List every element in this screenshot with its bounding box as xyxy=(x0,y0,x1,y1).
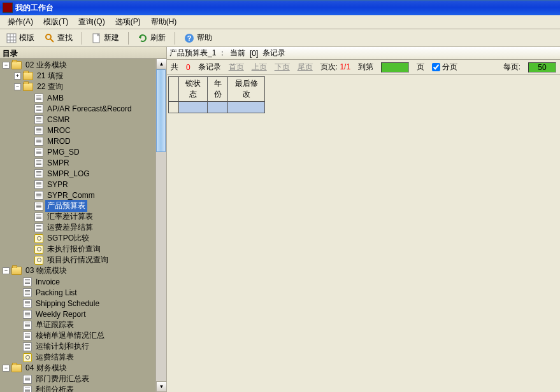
first-page-link[interactable]: 首页 xyxy=(229,62,244,73)
tree: −02 业务模块+21 填报−22 查询AMBAP/AR Forecast&Re… xyxy=(0,59,166,392)
tree-item[interactable]: Packing List xyxy=(0,287,166,298)
col-lock[interactable]: 锁状态 xyxy=(179,77,208,102)
records-label: 条记录 xyxy=(198,62,221,73)
tree-item[interactable]: SMPR xyxy=(0,157,166,168)
tree-item[interactable]: Invoice xyxy=(0,276,166,287)
tree-item[interactable]: PMG_SD xyxy=(0,146,166,157)
refresh-icon xyxy=(138,33,148,43)
tree-item[interactable]: 利润分析表 xyxy=(0,384,166,392)
tree-item[interactable]: CSMR xyxy=(0,114,166,125)
scrollbar[interactable]: ▲ ▼ xyxy=(155,59,166,392)
menu-option[interactable]: 选项(P) xyxy=(110,15,146,29)
grid-area: 锁状态 年份 最后修改 xyxy=(167,75,560,392)
perpage-label: 每页: xyxy=(503,62,521,73)
menu-query[interactable]: 查询(Q) xyxy=(73,15,110,29)
expand-icon[interactable]: + xyxy=(14,73,21,80)
tb-help-button[interactable]: ? 帮助 xyxy=(180,31,216,45)
new-doc-icon xyxy=(91,33,101,43)
paging-checkbox[interactable] xyxy=(432,63,440,71)
scroll-thumb[interactable] xyxy=(156,69,166,152)
menu-template[interactable]: 模版(T) xyxy=(38,15,73,29)
tree-item[interactable]: 运输计划和执行 xyxy=(0,341,166,352)
col-year[interactable]: 年份 xyxy=(208,77,228,102)
tree-item[interactable]: MROC xyxy=(0,125,166,136)
tree-item[interactable]: Weekly Report xyxy=(0,309,166,319)
folder-icon xyxy=(11,267,22,275)
tree-item[interactable]: AP/AR Forecast&Record xyxy=(0,103,166,114)
document-icon xyxy=(34,223,43,232)
tree-item[interactable]: AMB xyxy=(0,92,166,103)
tree-item[interactable]: 汇率差计算表 xyxy=(0,211,166,222)
tree-item[interactable]: −02 业务模块 xyxy=(0,60,166,71)
page-label: 页次: xyxy=(320,62,338,71)
tree-item-label: 利润分析表 xyxy=(34,384,76,392)
tree-item[interactable]: −04 财务模块 xyxy=(0,363,166,374)
tb-template-button[interactable]: 模版 xyxy=(3,31,38,45)
tabbar: 产品预算表_1 ： 当前 [0] 条记录 xyxy=(167,47,560,60)
tree-item[interactable]: −03 物流模块 xyxy=(0,265,166,276)
tree-item[interactable]: SYPR_Comm xyxy=(0,190,166,200)
tree-item[interactable]: 部门费用汇总表 xyxy=(0,374,166,384)
sidebar-header: 目录 xyxy=(0,47,166,59)
tree-item[interactable]: Shipping Schedule xyxy=(0,298,166,309)
tb-refresh-button[interactable]: 刷新 xyxy=(134,31,169,45)
tree-item[interactable]: MROD xyxy=(0,136,166,146)
document-icon xyxy=(34,213,43,221)
tree-item[interactable]: 运费结算表 xyxy=(0,352,166,363)
tree-item[interactable]: 单证跟踪表 xyxy=(0,319,166,330)
tree-item[interactable]: 项目执行情况查询 xyxy=(0,255,166,265)
tab-label[interactable]: 产品预算表_1 ： xyxy=(169,48,226,59)
window-titlebar: 我的工作台 xyxy=(0,0,560,15)
folder-icon xyxy=(23,72,33,80)
perpage-input[interactable]: 50 xyxy=(528,62,556,73)
tree-item[interactable]: 产品预算表 xyxy=(0,200,166,211)
collapse-icon[interactable]: − xyxy=(3,267,10,274)
collapse-icon[interactable]: − xyxy=(14,83,21,90)
document-icon xyxy=(34,115,43,124)
last-page-link[interactable]: 尾页 xyxy=(298,62,313,73)
collapse-icon[interactable]: − xyxy=(3,365,10,372)
goto-input[interactable] xyxy=(381,62,409,73)
menu-help[interactable]: 帮助(H) xyxy=(146,15,182,29)
tree-item[interactable]: +21 填报 xyxy=(0,71,166,81)
prev-page-link[interactable]: 上页 xyxy=(252,62,267,73)
document-icon xyxy=(34,158,43,167)
tree-item-label: AP/AR Forecast&Record xyxy=(45,104,134,114)
scroll-down-button[interactable]: ▼ xyxy=(156,381,166,392)
document-icon xyxy=(23,288,32,297)
document-icon xyxy=(23,386,32,393)
tree-item[interactable]: SYPR xyxy=(0,179,166,190)
tree-item[interactable]: 未执行报价查询 xyxy=(0,244,166,255)
tb-search-button[interactable]: 查找 xyxy=(41,31,76,45)
menu-action[interactable]: 操作(A) xyxy=(3,15,38,29)
tb-new-button[interactable]: 新建 xyxy=(87,31,123,45)
collapse-icon[interactable]: − xyxy=(3,62,10,69)
next-page-link[interactable]: 下页 xyxy=(275,62,290,73)
document-icon xyxy=(34,169,43,178)
tree-item[interactable]: SGTPO比较 xyxy=(0,233,166,244)
query-icon xyxy=(34,256,43,265)
document-icon xyxy=(34,191,43,200)
grid-icon xyxy=(6,33,17,43)
document-icon xyxy=(23,277,32,286)
tree-item-label: Invoice xyxy=(34,277,62,287)
table-row[interactable] xyxy=(169,102,265,113)
total-value: 0 xyxy=(186,63,190,72)
tree-item[interactable]: −22 查询 xyxy=(0,81,166,92)
paging-checkbox-wrap[interactable]: 分页 xyxy=(432,62,457,73)
pager: 共 0 条记录 首页 上页 下页 尾页 页次: 1/1 到第 页 分页 每页: … xyxy=(167,60,560,75)
folder-icon xyxy=(11,61,22,69)
tree-item[interactable]: 核销单退单情况汇总 xyxy=(0,330,166,341)
help-icon: ? xyxy=(184,33,194,43)
window-title: 我的工作台 xyxy=(15,3,54,13)
tree-item[interactable]: 运费差异结算 xyxy=(0,222,166,233)
tree-item-label: MROD xyxy=(45,136,73,146)
magnifier-icon xyxy=(45,33,55,43)
scroll-up-button[interactable]: ▲ xyxy=(156,59,166,69)
document-icon xyxy=(34,126,43,135)
tree-item[interactable]: SMPR_LOG xyxy=(0,168,166,179)
grid-corner xyxy=(169,77,179,102)
col-lastmod[interactable]: 最后修改 xyxy=(228,77,265,102)
document-icon xyxy=(34,137,43,146)
menubar: 操作(A) 模版(T) 查询(Q) 选项(P) 帮助(H) xyxy=(0,15,560,29)
